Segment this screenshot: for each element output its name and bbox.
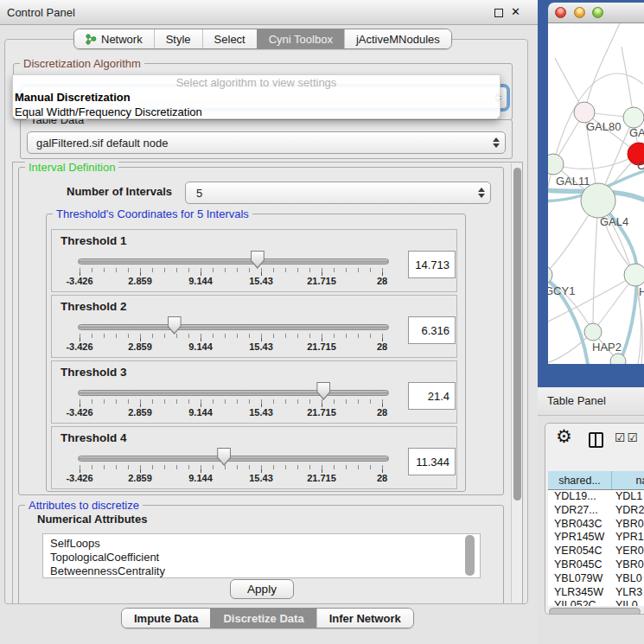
network-window-titlebar <box>548 3 644 23</box>
slider-minor-ticks <box>80 399 384 404</box>
cell-shared-name[interactable]: YIL052C <box>548 599 612 606</box>
cell-name[interactable]: YER0 <box>612 545 644 558</box>
slider-thumb[interactable] <box>217 448 231 466</box>
tick-label: 9.144 <box>188 407 213 418</box>
float-window-icon[interactable] <box>494 9 503 17</box>
table-row[interactable]: YER054CYER0 <box>548 545 644 558</box>
tick-label: 9.144 <box>188 473 213 483</box>
cell-shared-name[interactable]: YDL19... <box>548 490 612 504</box>
tab-cyni-toolbox[interactable]: Cyni Toolbox <box>257 29 344 48</box>
cell-name[interactable]: YIL0 <box>612 599 644 606</box>
tick-label: 9.144 <box>188 341 213 352</box>
table-row[interactable]: YBR043CYBR0 <box>548 518 644 532</box>
close-traffic-light-icon[interactable] <box>555 7 566 18</box>
gear-icon[interactable]: ⚙ <box>556 426 572 447</box>
vertical-scrollbar[interactable] <box>511 163 522 603</box>
numerical-attributes-list[interactable]: SelfLoopsTopologicalCoefficientBetweenne… <box>42 533 481 578</box>
cell-shared-name[interactable]: YBR045C <box>548 558 612 572</box>
tab-select[interactable]: Select <box>202 29 257 48</box>
slider-minor-ticks <box>80 465 384 469</box>
algorithm-dropdown-popup: Select algorithm to view settings Manual… <box>12 74 501 119</box>
list-scrollbar-thumb[interactable] <box>465 535 475 576</box>
close-icon[interactable]: ✕ <box>511 5 520 18</box>
cell-name[interactable]: YDR2 <box>612 504 644 518</box>
table-data-combobox[interactable]: galFiltered.sif default node <box>27 131 506 154</box>
slider-track[interactable] <box>78 324 389 330</box>
cell-name[interactable]: YPR1 <box>612 531 644 545</box>
tab-label: jActiveMNodules <box>356 33 440 46</box>
tick-label: 2.859 <box>128 407 152 418</box>
zoom-traffic-light-icon[interactable] <box>592 7 603 18</box>
slider-track[interactable] <box>78 390 389 396</box>
table-row[interactable]: YBL079WYBL0 <box>548 572 644 586</box>
cyni-toolbox-panel: Discretization Algorithm Select algorith… <box>4 39 528 604</box>
number-of-intervals-value: 5 <box>194 187 202 200</box>
column-header-shared-name[interactable]: shared... <box>548 471 612 489</box>
table-row[interactable]: YDR27...YDR2 <box>548 504 644 518</box>
threshold-3-panel: Threshold 3 -3.4262.8599.14415.4321.7152… <box>51 360 457 424</box>
slider-thumb[interactable] <box>251 251 265 269</box>
number-of-intervals-label: Number of Intervals <box>67 185 172 198</box>
slider-track[interactable] <box>78 456 389 462</box>
threshold-4-value-field[interactable] <box>408 448 456 475</box>
tick-label: 21.715 <box>307 407 336 418</box>
tab-label: Style <box>166 33 191 46</box>
table-row[interactable]: YBR045CYBR0 <box>548 558 644 572</box>
tab-label: Impute Data <box>134 612 198 625</box>
cell-name[interactable]: YBR0 <box>612 518 644 532</box>
slider-minor-ticks <box>80 268 384 272</box>
threshold-1-value-field[interactable] <box>408 251 456 278</box>
cell-name[interactable]: YLR3 <box>612 586 644 600</box>
tab-jactivemnodules[interactable]: jActiveMNodules <box>344 29 451 48</box>
scrollbar-thumb[interactable] <box>549 608 641 615</box>
node-gal4 <box>581 183 615 218</box>
cell-shared-name[interactable]: YER054C <box>548 545 612 558</box>
attribute-item[interactable]: SelfLoops <box>50 537 480 551</box>
threshold-2-value-field[interactable] <box>408 316 456 344</box>
apply-button[interactable]: Apply <box>230 579 294 599</box>
node-label-gal80: GAL80 <box>586 120 621 133</box>
cell-shared-name[interactable]: YDR27... <box>548 504 612 518</box>
tab-infer-network[interactable]: Infer Network <box>316 609 413 628</box>
node-label-gal11: GAL11 <box>556 175 590 188</box>
minimize-traffic-light-icon[interactable] <box>574 7 585 18</box>
tab-style[interactable]: Style <box>154 29 202 48</box>
cell-name[interactable]: YBR0 <box>612 558 644 572</box>
table-row[interactable]: YPR145WYPR1 <box>548 531 644 545</box>
attribute-item[interactable]: BetweennessCentrality <box>50 564 480 578</box>
tab-impute-data[interactable]: Impute Data <box>122 609 210 628</box>
tick-label: -3.426 <box>66 341 92 352</box>
slider-thumb[interactable] <box>168 316 182 335</box>
tick-label: -3.426 <box>66 473 92 483</box>
dropdown-option-equal-width[interactable]: Equal Width/Frequency Discretization <box>13 105 500 119</box>
dropdown-option-manual[interactable]: Manual Discretization <box>13 90 500 105</box>
threshold-1-panel: Threshold 1 -3.4262.8599.14415.4321.7152… <box>51 229 457 292</box>
cell-shared-name[interactable]: YPR145W <box>548 531 612 545</box>
numerical-attributes-label: Numerical Attributes <box>37 513 147 526</box>
select-columns-checkboxes-icon[interactable]: ☑☑ <box>615 430 640 444</box>
tab-network[interactable]: Network <box>74 29 154 48</box>
tab-label: Network <box>101 33 143 46</box>
cell-shared-name[interactable]: YLR345W <box>548 586 612 600</box>
column-header-name[interactable]: na <box>612 471 644 489</box>
attribute-item[interactable]: TopologicalCoefficient <box>50 551 480 564</box>
network-canvas[interactable]: GAL80 GA GAL11 C GAL4 GCY1 H HAP2 <box>548 23 644 364</box>
node-label-partial-low: H <box>639 285 644 298</box>
columns-icon[interactable] <box>589 432 603 448</box>
horizontal-scrollbar[interactable] <box>548 607 644 615</box>
tab-discretize-data[interactable]: Discretize Data <box>210 609 316 628</box>
slider-track[interactable] <box>78 258 389 265</box>
table-row[interactable]: YDL19...YDL1 <box>548 490 644 504</box>
threshold-3-value-field[interactable] <box>408 382 456 410</box>
cell-name[interactable]: YDL1 <box>612 490 644 504</box>
scrollbar-thumb[interactable] <box>513 168 521 501</box>
slider-thumb[interactable] <box>316 382 330 400</box>
table-row[interactable]: YLR345WYLR3 <box>548 586 644 600</box>
cell-name[interactable]: YBL0 <box>612 572 644 586</box>
top-tab-bar: Network Style Select Cyni Toolbox jActiv… <box>73 29 452 49</box>
number-of-intervals-combobox[interactable]: 5 <box>185 182 491 204</box>
table-row[interactable]: YIL052CYIL0 <box>548 599 644 606</box>
threshold-coordinates-title: Threshold's Coordinates for 5 Intervals <box>53 207 252 220</box>
cell-shared-name[interactable]: YBL079W <box>548 572 612 586</box>
cell-shared-name[interactable]: YBR043C <box>548 518 612 532</box>
